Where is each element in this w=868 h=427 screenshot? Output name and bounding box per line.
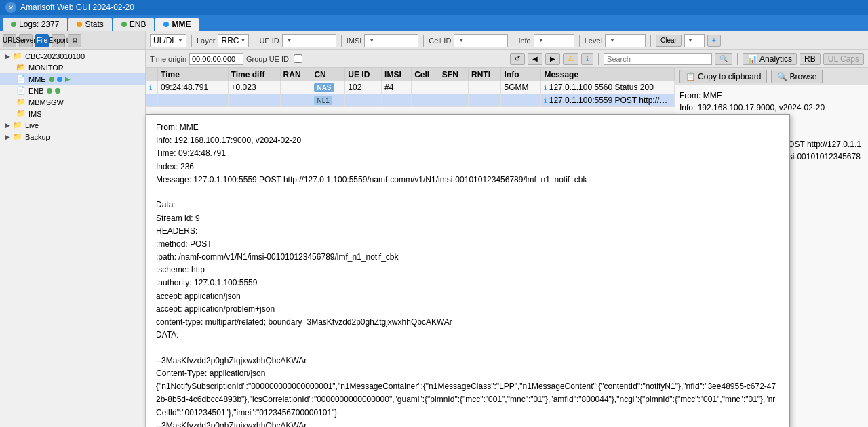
- level-select[interactable]: ▼: [605, 34, 646, 47]
- table-row[interactable]: NL1 ℹ 127.0.1.100:5559 POST http://127.0…: [146, 94, 675, 107]
- tab-mme[interactable]: MME: [155, 18, 199, 31]
- ue-id-select[interactable]: ▼: [282, 34, 336, 47]
- row1-info: 5GMM: [501, 81, 541, 94]
- imsi-select[interactable]: ▼: [364, 34, 418, 47]
- row2-ran: [280, 94, 311, 107]
- tab-logs-label: Logs: 2377: [19, 20, 59, 29]
- col-header-time: Time: [158, 68, 229, 81]
- cell-id-select[interactable]: ▼: [454, 34, 508, 47]
- sidebar-settings-btn[interactable]: ⚙: [68, 34, 81, 47]
- col-header-message: Message: [541, 68, 675, 81]
- layer-value: RRC: [221, 36, 239, 45]
- clear-button[interactable]: Clear: [656, 35, 682, 47]
- ue-id-arrow-icon: ▼: [287, 37, 292, 43]
- analytics-button[interactable]: 📊 Analytics: [743, 53, 797, 65]
- sidebar-item-live[interactable]: ▶ 📁 Live: [0, 119, 145, 131]
- group-ue-label: Group UE ID:: [246, 55, 291, 63]
- rb-button[interactable]: RB: [800, 53, 821, 65]
- sidebar-item-enb[interactable]: 📄 ENB: [0, 85, 145, 96]
- col-header-ue-id: UE ID: [345, 68, 382, 81]
- ims-folder-icon: 📁: [16, 109, 26, 118]
- sidebar-item-mme[interactable]: 📄 MME ▶: [0, 73, 145, 85]
- nav-refresh-btn[interactable]: ↺: [510, 53, 525, 65]
- tab-mme-label: MME: [172, 20, 191, 29]
- search-icon-btn[interactable]: 🔍: [715, 53, 732, 65]
- monitor-folder-icon: 📂: [16, 63, 26, 72]
- col-header-cn: CN: [311, 68, 345, 81]
- sidebar-item-backup[interactable]: ▶ 📁 Backup: [0, 131, 145, 142]
- ul-dl-select[interactable]: UL/DL ▼: [150, 34, 186, 47]
- sidebar-server-btn[interactable]: Server: [19, 34, 33, 47]
- sidebar-file-btn[interactable]: File: [35, 34, 49, 47]
- backup-folder-icon: 📁: [13, 132, 22, 141]
- cbc-label: CBC-2023010100: [25, 52, 85, 60]
- ul-dl-arrow-icon: ▼: [178, 37, 183, 43]
- row1-cell: [412, 81, 439, 94]
- row2-info-icon: [146, 94, 158, 107]
- table-header-row: Time Time diff RAN CN UE ID IMSI Cell SF…: [146, 68, 675, 81]
- tab-stats[interactable]: Stats: [68, 18, 111, 31]
- sidebar-url-btn[interactable]: URL: [3, 34, 16, 47]
- backup-arrow-icon: ▶: [5, 134, 10, 140]
- md-boundary2: --3MasKfvzdd2p0ghZtgjxwxhhQbcAKWAr: [156, 420, 780, 427]
- ul-caps-button[interactable]: UL Caps: [823, 53, 864, 65]
- md-data-label: DATA:: [156, 329, 780, 342]
- analytics-label: Analytics: [760, 54, 792, 64]
- close-button[interactable]: ✕: [5, 2, 16, 13]
- level-label: Level: [585, 37, 602, 45]
- enb-status-dot: [47, 88, 52, 94]
- layer-select[interactable]: RRC ▼: [218, 34, 249, 47]
- table-row[interactable]: ℹ 09:24:48.791 +0.023 NAS 102 #4 5GMM ℹ …: [146, 81, 675, 94]
- row2-cn: NL1: [311, 94, 345, 107]
- imsi-arrow-icon: ▼: [369, 37, 374, 43]
- app-title: Amarisoft Web GUI 2024-02-20: [20, 3, 134, 12]
- clear-select[interactable]: ▼: [684, 34, 705, 47]
- col-header-index: [146, 68, 158, 81]
- info-select[interactable]: ▼: [534, 34, 574, 47]
- browse-label: Browse: [789, 72, 816, 81]
- search-input[interactable]: [604, 53, 712, 65]
- ue-id-label: UE ID: [259, 37, 279, 45]
- browse-button[interactable]: 🔍 Browse: [771, 70, 823, 83]
- md-json-data: {"n1NotifySubscriptionId":"0000000000000…: [156, 380, 780, 420]
- sidebar: URL Server File Export ⚙ ▶ 📁 CBC-2023010…: [0, 31, 146, 427]
- live-arrow-icon: ▶: [5, 122, 10, 129]
- tab-stats-dot: [77, 22, 82, 27]
- nav-info-btn[interactable]: ℹ: [581, 53, 593, 65]
- row2-time-diff: [228, 94, 280, 107]
- col-header-sfn: SFN: [439, 68, 468, 81]
- sidebar-tree: ▶ 📁 CBC-2023010100 📂 MONITOR 📄 MME ▶ 📄 E: [0, 50, 145, 427]
- sidebar-item-cbc[interactable]: ▶ 📁 CBC-2023010100: [0, 50, 145, 62]
- sidebar-export-btn[interactable]: Export: [52, 34, 65, 47]
- title-bar: ✕ Amarisoft Web GUI 2024-02-20: [0, 0, 868, 15]
- tab-logs[interactable]: Logs: 2377: [3, 18, 67, 31]
- separator8: [598, 53, 599, 65]
- time-origin-input[interactable]: [189, 53, 243, 65]
- cell-id-arrow-icon: ▼: [458, 37, 464, 43]
- log-table: Time Time diff RAN CN UE ID IMSI Cell SF…: [146, 68, 675, 107]
- separator2: [254, 35, 254, 47]
- nav-warn-btn[interactable]: ⚠: [563, 53, 578, 65]
- message-detail-popup: From: MME Info: 192.168.100.17:9000, v20…: [146, 114, 790, 427]
- md-content-type: content-type: multipart/related; boundar…: [156, 316, 780, 329]
- sidebar-item-monitor[interactable]: 📂 MONITOR: [0, 62, 145, 73]
- nav-forward-btn[interactable]: ▶: [545, 53, 560, 65]
- copy-clipboard-button[interactable]: 📋 Copy to clipboard: [679, 70, 767, 83]
- md-headers-label: HEADERS:: [156, 225, 780, 238]
- group-ue-checkbox[interactable]: [294, 54, 302, 63]
- tab-enb[interactable]: ENB: [113, 18, 155, 31]
- sidebar-item-mbmsgw[interactable]: 📁 MBMSGW: [0, 96, 145, 108]
- cell-id-label: Cell ID: [429, 37, 451, 45]
- rp-from: From: MME: [679, 89, 864, 102]
- row1-time: 09:24:48.791: [158, 81, 229, 94]
- ul-dl-label: UL/DL: [153, 36, 176, 45]
- tab-enb-label: ENB: [130, 20, 146, 29]
- col-header-imsi: IMSI: [382, 68, 412, 81]
- add-button[interactable]: +: [707, 35, 721, 47]
- enb-node-icon: 📄: [16, 86, 26, 95]
- cbc-folder-icon: 📁: [13, 52, 22, 60]
- md-method: :method: POST: [156, 238, 780, 251]
- sidebar-item-ims[interactable]: 📁 IMS: [0, 108, 145, 119]
- right-panel-toolbar: 📋 Copy to clipboard 🔍 Browse: [675, 68, 868, 85]
- nav-back-btn[interactable]: ◀: [528, 53, 542, 65]
